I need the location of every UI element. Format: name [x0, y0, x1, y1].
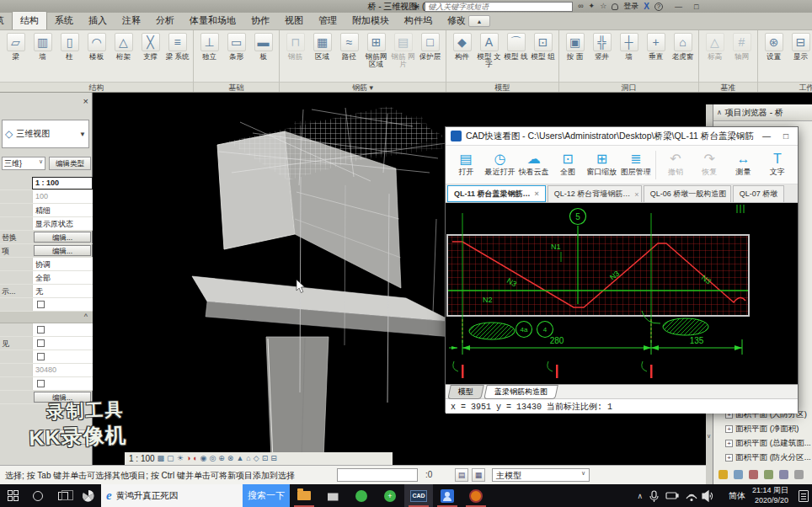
tab-systems[interactable]: 系统	[47, 12, 81, 29]
ime-indicator[interactable]: 简体	[729, 490, 745, 502]
layout-tab-rebar-detail[interactable]: 盖梁钢筋构造图	[483, 385, 558, 399]
detail-level-icon[interactable]: ▩	[158, 455, 165, 462]
constraints-icon[interactable]: ◇	[254, 455, 259, 462]
visual-style-icon[interactable]: ▢	[167, 455, 174, 462]
close-icon[interactable]: ×	[535, 189, 539, 198]
isolated-foundation-button[interactable]: ⊥独立	[196, 32, 222, 61]
filter-icon-3[interactable]	[749, 470, 758, 479]
ribbon-collapse-button[interactable]: ▲	[468, 15, 490, 27]
messenger-button[interactable]	[433, 484, 462, 507]
view-scale-value[interactable]: 1 : 100	[32, 177, 93, 189]
drawing-tab-ql07[interactable]: QL-07 桥墩	[733, 185, 785, 202]
more-view-icon[interactable]: ⊟	[270, 455, 277, 462]
filter-icon-1[interactable]	[719, 470, 728, 479]
window-zoom-button[interactable]: ⊞窗口缩放	[585, 152, 618, 178]
checkbox[interactable]	[37, 380, 45, 387]
render-icon[interactable]: ◐	[193, 455, 197, 462]
component-button[interactable]: ◆构件	[449, 32, 475, 61]
expand-icon[interactable]: +	[725, 440, 733, 447]
tab-collaborate[interactable]: 协作	[243, 12, 277, 29]
instance-selector[interactable]: ∨ 三维}	[2, 157, 45, 170]
drawing-tab-ql11[interactable]: QL-11 桥台盖梁钢筋…×	[447, 185, 546, 202]
cad-titlebar[interactable]: CAD快速看图 - C:\Users\Administrator\Desktop…	[446, 127, 798, 146]
edit-type-button[interactable]: 编辑类型	[49, 157, 91, 170]
antivirus-button[interactable]	[347, 484, 376, 507]
recent-button[interactable]: ◷最近打开	[483, 152, 516, 178]
tree-item-area-plan-4[interactable]: +面积平面 (防火分区...	[713, 451, 812, 465]
analysis-display-value[interactable]: 无	[32, 285, 93, 297]
tab-component-dock[interactable]: 构件坞	[397, 12, 440, 29]
cloud-drive-button[interactable]: ☁快看云盘	[517, 152, 551, 178]
reveal-hidden-icon[interactable]: ▲	[236, 455, 243, 462]
filter-icon-6[interactable]	[794, 470, 804, 479]
layer-manager-button[interactable]: ≣图层管理	[618, 152, 652, 178]
tree-item-area-plan-2[interactable]: +面积平面 (净面积)	[713, 422, 812, 436]
rebar-area-button[interactable]: ▦区域	[309, 32, 335, 61]
drawing-tab-ql12[interactable]: QL-12 桥台背墙钢筋…×	[548, 185, 642, 202]
cad-maximize-button[interactable]: □	[779, 131, 793, 141]
wall-button[interactable]: ▥墙	[29, 32, 56, 61]
help-icon[interactable]: ?	[654, 3, 663, 11]
temporary-properties-icon[interactable]: ⌂	[246, 455, 250, 462]
filter-icon-4[interactable]	[764, 470, 773, 479]
checkbox[interactable]	[37, 301, 45, 308]
crop-region-icon[interactable]: ◎	[209, 455, 216, 462]
project-browser-header[interactable]: ∧ 项目浏览器 - 桥	[713, 104, 812, 121]
tab-architecture-partial[interactable]: 筑	[0, 12, 12, 29]
browser-360-button[interactable]	[76, 484, 101, 507]
exchange-icon[interactable]: ✦	[589, 3, 596, 10]
floor-button[interactable]: ◠楼板	[83, 32, 110, 61]
3d-lock-icon[interactable]: ⊕	[218, 455, 225, 462]
taskbar-search-box[interactable]: e 黄鸿升真正死因	[101, 484, 243, 507]
autodesk-a360-icon[interactable]: X	[644, 2, 649, 11]
shadows-icon[interactable]: ◑	[186, 455, 190, 462]
checkbox[interactable]	[37, 326, 45, 334]
checkbox[interactable]	[37, 353, 45, 360]
kk-recorder-button[interactable]	[462, 484, 490, 507]
tab-view[interactable]: 视图	[277, 12, 311, 29]
rebar-path-button[interactable]: ≈路径	[336, 32, 362, 61]
design-option-select[interactable]: ∨ 主模型	[492, 468, 590, 482]
tab-insert[interactable]: 插入	[81, 12, 115, 29]
login-button[interactable]: 登录	[623, 1, 638, 12]
model-text-button[interactable]: A模型 文字	[476, 32, 502, 68]
maximize-button[interactable]: □	[694, 3, 698, 11]
wall-opening-button[interactable]: ┼墙	[616, 32, 642, 61]
quick-access-expand-icon[interactable]: ▶	[414, 3, 419, 10]
cad-minimize-button[interactable]: —	[758, 131, 775, 141]
panel-label-opening[interactable]: 洞口	[559, 82, 698, 93]
panel-label-foundation[interactable]: 基础	[194, 82, 279, 93]
tab-analyze[interactable]: 分析	[148, 12, 182, 29]
section-collapse[interactable]: ^	[0, 312, 93, 323]
panel-label-model[interactable]: 模型	[446, 82, 558, 93]
close-icon[interactable]: ×	[634, 190, 638, 199]
far-clip-value[interactable]: 30480	[32, 364, 93, 376]
panel-label-structure[interactable]: 结构	[0, 82, 193, 93]
tray-icons[interactable]	[649, 489, 722, 503]
ms-store-button[interactable]	[318, 484, 347, 507]
expand-icon[interactable]: +	[725, 425, 733, 433]
cad-drawing-canvas[interactable]: 5 N1 N2 N3 N3 N3 4a 4	[446, 203, 798, 384]
search-go-button[interactable]: 搜索一下	[243, 484, 290, 507]
search-icon[interactable]: ∞	[578, 3, 583, 10]
crop-view-icon[interactable]: ◉	[200, 455, 207, 462]
slab-foundation-button[interactable]: ▬板	[250, 32, 276, 61]
tree-item-area-plan-3[interactable]: +面积平面 (总建筑面...	[713, 436, 812, 451]
tab-structure[interactable]: 结构	[12, 11, 47, 29]
cad-viewer-window[interactable]: CAD快速看图 - C:\Users\Administrator\Desktop…	[445, 126, 799, 413]
scroll-down-icon[interactable]: ∨	[707, 433, 711, 440]
layout-tab-model[interactable]: 模型	[447, 385, 484, 399]
edit-button[interactable]: 编辑...	[34, 232, 91, 243]
measure-button[interactable]: ↔测量	[726, 152, 760, 178]
cad-viewer-taskbar-button[interactable]: CAD	[404, 484, 433, 507]
discipline-value[interactable]: 协调	[32, 258, 93, 270]
collapse-icon[interactable]: ∧	[717, 109, 722, 116]
tab-annotate[interactable]: 注释	[115, 12, 148, 29]
task-view-button[interactable]	[51, 484, 76, 507]
shaft-button[interactable]: ╬竖井	[589, 32, 615, 61]
fit-view-button[interactable]: ⊡全图	[551, 152, 585, 178]
beam-system-button[interactable]: ≡梁 系统	[164, 32, 190, 61]
opening-by-face-button[interactable]: ▣按 面	[562, 32, 588, 61]
column-button[interactable]: ▯柱	[56, 32, 83, 61]
model-line-button[interactable]: ⌒模型 线	[503, 32, 529, 61]
